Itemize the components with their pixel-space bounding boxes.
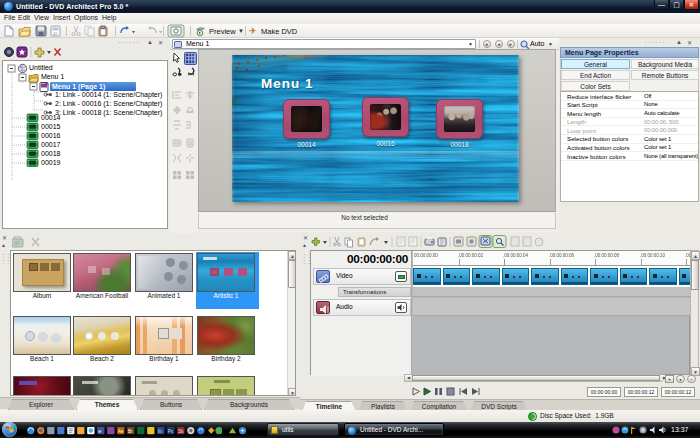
svg-text:Sb: Sb (178, 428, 184, 433)
svg-text:Br: Br (128, 428, 133, 433)
svg-text:Ps: Ps (168, 428, 174, 433)
svg-text:In: In (158, 428, 162, 433)
svg-text:Ae: Ae (118, 428, 124, 433)
svg-text:e: e (98, 428, 101, 434)
